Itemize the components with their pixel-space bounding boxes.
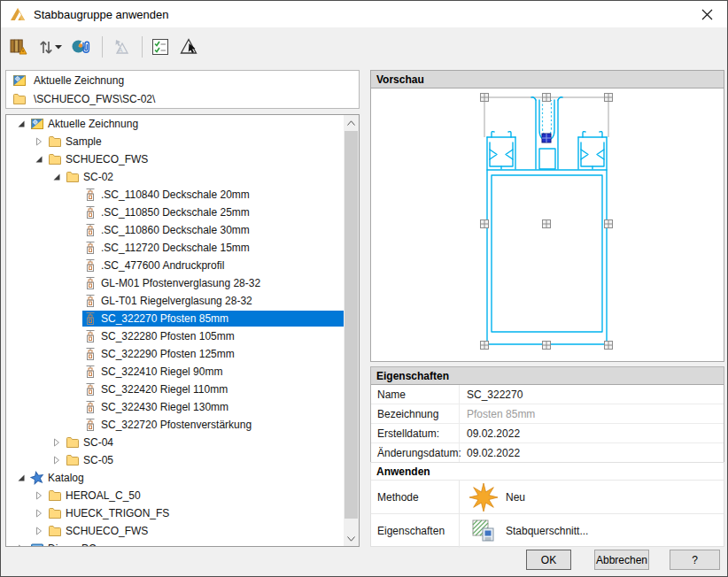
tree-item[interactable]: SCHUECO_FWS [6,150,344,168]
expander-placeholder [66,365,82,379]
property-value: 09.02.2022 [460,443,520,463]
collapse-toggle-icon[interactable] [31,152,47,166]
tree-item[interactable]: SC-05 [6,451,344,469]
collapse-toggle-icon[interactable] [13,471,29,485]
assembly-tree-box: Aktuelle Zeichnung Sample SCHUECO_FWS SC… [5,114,360,547]
profile-icon [82,205,97,219]
profile-icon [82,312,97,326]
profile-icon [82,382,97,396]
tree-item-label: HUECK_TRIGON_FS [66,507,169,519]
window-title: Stabbaugruppe anwenden [34,8,169,21]
expander-placeholder [66,312,82,326]
expander-placeholder [66,241,82,255]
cancel-button[interactable]: Abbrechen [594,550,649,570]
collapse-toggle-icon[interactable] [49,170,65,184]
help-button[interactable]: ? [670,550,720,570]
tree-item-label: SCHUECO_FWS [66,153,148,165]
properties-header: Eigenschaften [371,367,724,385]
rename-disabled-icon: A [108,35,133,59]
location-path-row: \SCHUECO_FWS\SC-02\ [6,89,359,108]
expand-toggle-icon[interactable] [31,524,47,538]
expand-toggle-icon[interactable] [31,135,47,149]
property-label: Erstelldatum: [371,424,460,442]
tree-item[interactable]: Dieser PC [6,540,344,546]
expand-toggle-icon[interactable] [31,506,47,520]
tree-item[interactable]: GL-T01 Riegelverglasung 28-32 [6,292,344,310]
tree-item[interactable]: SC_322290 Pfosten 125mm [6,345,344,363]
tree-item[interactable]: SC_322410 Riegel 90mm [6,363,344,381]
expander-placeholder [66,329,82,343]
expand-toggle-icon[interactable] [49,453,65,467]
method-label: Methode [371,481,460,513]
toolbar-separator [102,36,103,58]
sort-icon[interactable] [35,35,65,59]
property-value: 09.02.2022 [460,424,520,442]
tree-item[interactable]: Aktuelle Zeichnung [6,115,344,133]
tree-item[interactable]: SC_322430 Riegel 130mm [6,398,344,416]
tree-item[interactable]: SC_322420 Riegel 110mm [6,381,344,398]
expander-placeholder [66,188,82,202]
expand-toggle-icon[interactable] [13,542,29,546]
toolbar-separator [142,36,143,58]
tree-item-label: .SC_110850 Deckschale 25mm [101,206,250,219]
property-row: Änderungsdatum: 09.02.2022 [371,443,724,463]
scrollbar-thumb[interactable] [345,131,358,519]
toolbar: A [1,27,727,66]
property-label: Bezeichnung [371,404,460,423]
method-value: Neu [506,491,525,504]
expand-toggle-icon[interactable] [49,435,65,450]
profile-icon [82,258,97,273]
tree-item[interactable]: HEROAL_C_50 [6,487,344,504]
folder-icon [47,489,62,503]
attach-stats-icon[interactable] [68,35,93,59]
close-icon[interactable] [693,4,720,25]
svg-text:A: A [118,46,123,54]
tree-item[interactable]: .SC_110860 Deckschale 30mm [6,221,344,239]
tree-item[interactable]: SC_322720 Pfostenverstärkung [6,416,344,434]
drawing-icon [12,73,27,88]
tree-item[interactable]: SC-02 [6,168,344,186]
pick-profile-icon[interactable] [176,35,201,59]
tree-item-label: SC_322280 Pfosten 105mm [101,330,235,342]
scrollbar-down-icon[interactable] [344,531,359,546]
tree-item[interactable]: .SC_477600 Andruckprofil [6,257,344,274]
tree-item[interactable]: SC-04 [6,434,344,451]
library-icon[interactable] [6,35,31,59]
profile-icon [82,223,97,237]
tree-item[interactable]: HUECK_TRIGON_FS [6,504,344,522]
property-value: SC_322270 [460,385,523,404]
tree-item[interactable]: SC_322270 Pfosten 85mm [6,310,344,327]
drawing-icon [29,117,44,131]
profile-preview-drawing [371,88,724,362]
expand-toggle-icon[interactable] [31,489,47,503]
tree-item[interactable]: SCHUECO_FWS [6,522,344,540]
scrollbar-up-icon[interactable] [344,115,359,130]
tree-item-label: Aktuelle Zeichnung [48,118,138,130]
profile-icon [82,400,97,414]
tree-item[interactable]: Sample [6,133,344,150]
apply-properties-value-cell[interactable]: Stabquerschnitt... [460,514,588,548]
tree-item[interactable]: .SC_110840 Deckschale 20mm [6,186,344,204]
folder-icon [47,524,62,538]
tree-item-label: Sample [66,135,102,148]
expander-placeholder [66,205,82,219]
tree-scrollbar[interactable] [344,115,359,546]
tree-item[interactable]: GL-M01 Pfostenverglasung 28-32 [6,274,344,292]
tree-item-label: Katalog [48,472,84,484]
tree-item[interactable]: SC_322280 Pfosten 105mm [6,327,344,345]
method-value-cell[interactable]: Neu [460,481,525,513]
tree-item[interactable]: Katalog [6,469,344,487]
tree: Aktuelle Zeichnung Sample SCHUECO_FWS SC… [6,115,344,546]
ok-button[interactable]: OK [526,550,571,570]
tree-item[interactable]: .SC_112720 Deckschale 15mm [6,239,344,257]
property-row: Name SC_322270 [371,385,724,404]
location-box: Aktuelle Zeichnung \SCHUECO_FWS\SC-02\ [5,70,360,109]
checklist-icon[interactable] [148,35,173,59]
apply-properties-row: Eigenschaften Stabquerschnitt... [371,514,724,548]
tree-item[interactable]: .SC_110850 Deckschale 25mm [6,204,344,221]
expander-placeholder [66,223,82,237]
property-label: Name [371,385,460,404]
apply-header: Anwenden [371,463,724,481]
collapse-toggle-icon[interactable] [13,117,29,131]
profile-icon [82,241,97,255]
